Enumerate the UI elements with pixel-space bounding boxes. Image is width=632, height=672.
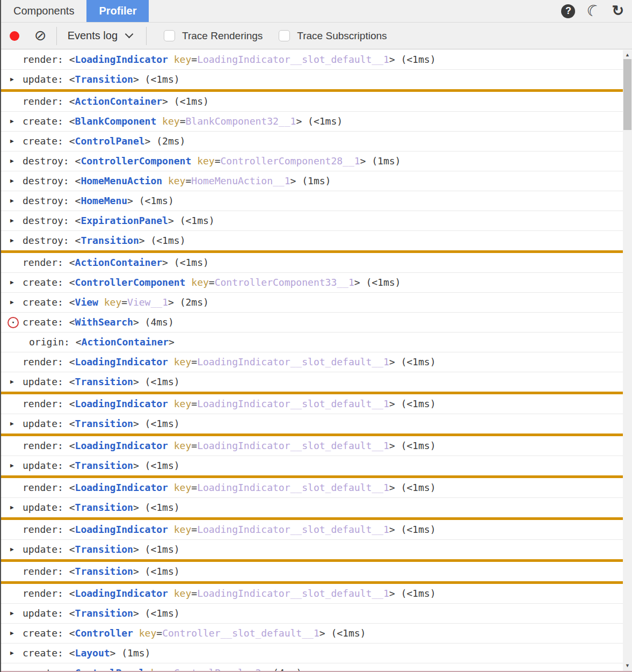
event-type: create: <box>23 667 69 672</box>
log-event-row[interactable]: ▶update: <Transition> (<1ms) <box>1 540 623 562</box>
expand-arrow-icon[interactable]: ▶ <box>10 132 14 151</box>
log-event-row[interactable]: ▶destroy: <HomeMenu> (<1ms) <box>1 191 623 211</box>
log-event-row[interactable]: ▶create: <BlankComponent key=BlankCompon… <box>1 112 623 132</box>
bracket: > <box>145 135 151 147</box>
event-type: destroy: <box>23 195 75 206</box>
bracket: > <box>133 376 139 387</box>
expand-arrow-icon[interactable]: ▶ <box>10 293 14 312</box>
expand-arrow-icon[interactable]: ▶ <box>10 70 14 89</box>
log-event-row[interactable]: render: <LoadingIndicator key=LoadingInd… <box>1 478 623 498</box>
log-event-row[interactable]: ▶update: <Transition> (<1ms) <box>1 372 623 394</box>
component-key: View__1 <box>127 297 168 308</box>
expand-arrow-icon[interactable]: ▶ <box>10 151 14 171</box>
log-event-row[interactable]: ▶update: <Transition> (<1ms) <box>1 70 623 92</box>
log-event-row[interactable]: ▶update: <Transition> (<1ms) <box>1 456 623 478</box>
profiler-toolbar: ⊘ Events log Trace Renderings Trace Subs… <box>1 23 632 49</box>
tab-profiler[interactable]: Profiler <box>86 0 149 22</box>
expand-arrow-icon[interactable]: ▶ <box>10 624 14 643</box>
log-event-row[interactable]: ▶create: <ControlPanel key=ControlPanel_… <box>1 663 623 672</box>
log-event-row[interactable]: render: <Transition> (<1ms) <box>1 562 623 584</box>
log-event-row[interactable]: ▶create: <ControllerComponent key=Contro… <box>1 273 623 293</box>
expand-arrow-icon[interactable]: ▶ <box>10 456 14 475</box>
component-name: Transition <box>75 566 133 577</box>
log-event-row[interactable]: ▶update: <Transition> (<1ms) <box>1 604 623 624</box>
bracket: > <box>360 155 366 167</box>
event-type: render: <box>23 482 69 493</box>
log-event-row[interactable]: render: <LoadingIndicator key=LoadingInd… <box>1 352 623 372</box>
log-event-row[interactable]: render: <LoadingIndicator key=LoadingInd… <box>1 50 623 70</box>
log-event-row[interactable]: render: <LoadingIndicator key=LoadingInd… <box>1 394 623 414</box>
trace-subscriptions-checkbox[interactable] <box>279 30 290 41</box>
log-event-row[interactable]: ▾create: <WithSearch> (4ms) <box>1 313 623 333</box>
expand-arrow-icon[interactable]: ▶ <box>10 231 14 250</box>
bracket: > <box>127 195 133 206</box>
record-button[interactable] <box>10 31 19 41</box>
component-name: BlankComponent <box>75 115 157 127</box>
log-event-row[interactable]: render: <LoadingIndicator key=LoadingInd… <box>1 584 623 604</box>
expand-arrow-icon[interactable]: ▶ <box>10 171 14 191</box>
devtools-window: Components Profiler ? ☾ ↻ ⊘ Events log T… <box>0 0 632 672</box>
event-type: update: <box>23 544 69 555</box>
bracket: < <box>75 195 81 206</box>
trace-renderings-label: Trace Renderings <box>182 30 263 42</box>
log-event-row[interactable]: ▶destroy: <HomeMenuAction key=HomeMenuAc… <box>1 171 623 191</box>
log-event-row[interactable]: render: <LoadingIndicator key=LoadingInd… <box>1 436 623 456</box>
expand-arrow-icon[interactable]: ▶ <box>10 540 14 559</box>
trace-subscriptions-toggle[interactable]: Trace Subscriptions <box>279 30 387 42</box>
help-icon[interactable]: ? <box>561 4 575 18</box>
event-type: destroy: <box>23 235 75 246</box>
log-event-row[interactable]: ▶destroy: <ExpirationPanel> (<1ms) <box>1 211 623 231</box>
log-event-row[interactable]: ▶create: <Controller key=Controller__slo… <box>1 624 623 644</box>
dark-mode-icon[interactable]: ☾ <box>584 1 604 21</box>
log-event-row[interactable]: ▶create: <View key=View__1> (2ms) <box>1 293 623 313</box>
expand-arrow-icon[interactable]: ▶ <box>10 663 14 672</box>
refresh-icon[interactable]: ↻ <box>612 4 624 18</box>
log-event-row[interactable]: ▶create: <ControlPanel> (2ms) <box>1 132 623 151</box>
clear-log-icon[interactable]: ⊘ <box>34 28 47 43</box>
expand-arrow-icon[interactable]: ▶ <box>10 191 14 211</box>
log-event-row[interactable]: ▶destroy: <ControllerComponent key=Contr… <box>1 151 623 171</box>
event-duration: (<1ms) <box>302 115 343 127</box>
event-duration: (<1ms) <box>133 195 174 206</box>
event-duration: (1ms) <box>296 175 331 186</box>
log-event-row[interactable]: render: <ActionContainer> (<1ms) <box>1 92 623 112</box>
bracket: > <box>389 524 395 535</box>
expand-arrow-icon[interactable]: ▶ <box>10 211 14 230</box>
event-duration: (<1ms) <box>360 277 401 288</box>
log-event-row[interactable]: ▶update: <Transition> (<1ms) <box>1 498 623 520</box>
log-event-row[interactable]: render: <ActionContainer> (<1ms) <box>1 253 623 273</box>
scroll-up-icon[interactable]: ▲ <box>623 53 632 57</box>
bracket: < <box>69 277 75 288</box>
component-key: BlankComponent32__1 <box>185 115 296 127</box>
key-attribute: key <box>156 115 179 127</box>
event-duration: (<1ms) <box>139 418 180 429</box>
bracket: < <box>69 115 75 127</box>
log-event-row[interactable]: render: <LoadingIndicator key=LoadingInd… <box>1 520 623 540</box>
key-attribute: key <box>168 524 191 535</box>
component-key: LoadingIndicator__slot_default__1 <box>197 482 389 493</box>
tab-components[interactable]: Components <box>1 0 86 22</box>
expand-arrow-icon[interactable]: ▶ <box>10 604 14 623</box>
trace-renderings-checkbox[interactable] <box>164 30 175 41</box>
event-duration: (2ms) <box>150 135 185 147</box>
log-event-row[interactable]: ▶destroy: <Transition> (<1ms) <box>1 231 623 253</box>
component-key: ControlPanel__2 <box>174 667 261 672</box>
bracket: < <box>69 667 75 672</box>
log-event-row[interactable]: origin: <ActionContainer> <box>1 333 623 352</box>
component-key: ControllerComponent28__1 <box>221 155 360 167</box>
expand-arrow-icon[interactable]: ▶ <box>10 273 14 292</box>
expand-arrow-icon[interactable]: ▶ <box>10 414 14 433</box>
key-attribute: key <box>168 440 191 451</box>
log-event-row[interactable]: ▶create: <Layout> (1ms) <box>1 644 623 663</box>
expand-arrow-icon[interactable]: ▶ <box>10 498 14 517</box>
scrollbar-thumb[interactable] <box>623 59 631 130</box>
expand-arrow-icon[interactable]: ▶ <box>10 372 14 392</box>
log-event-row[interactable]: ▶update: <Transition> (<1ms) <box>1 414 623 436</box>
scroll-down-icon[interactable]: ▼ <box>623 663 632 668</box>
events-log-dropdown[interactable]: Events log <box>63 30 136 42</box>
collapse-arrow-icon[interactable]: ▾ <box>8 317 19 328</box>
expand-arrow-icon[interactable]: ▶ <box>10 644 14 663</box>
vertical-scrollbar[interactable]: ▲ ▼ <box>623 50 632 671</box>
expand-arrow-icon[interactable]: ▶ <box>10 112 14 131</box>
trace-renderings-toggle[interactable]: Trace Renderings <box>164 30 263 42</box>
